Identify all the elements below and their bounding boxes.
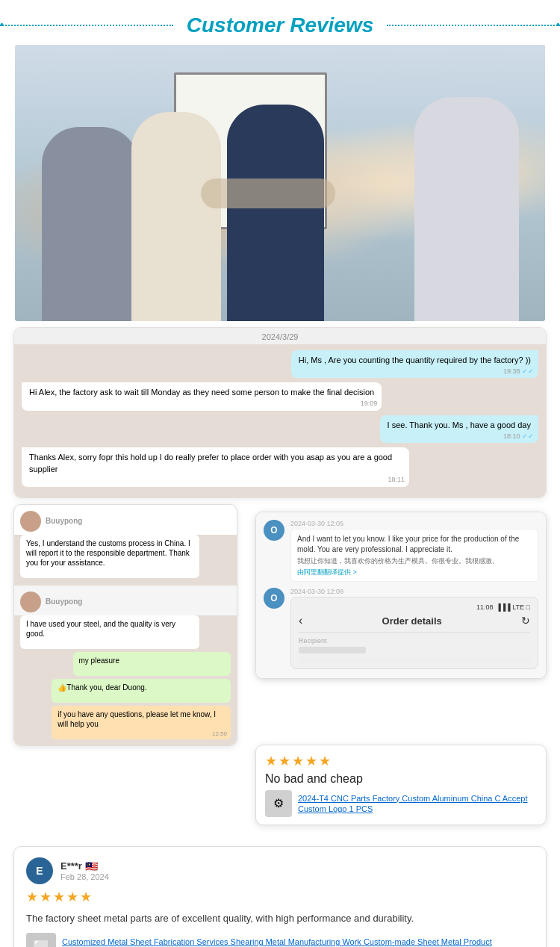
small-bubble-sent-3: if you have any questions, please let me… xyxy=(52,706,231,739)
person-2 xyxy=(131,112,221,321)
review-main-text: The factory sheet metal parts are of exc… xyxy=(26,911,534,926)
product-icon-float: ⚙ xyxy=(265,790,292,817)
review-product-icon: ⬜ xyxy=(26,933,56,947)
main-star-5: ★ xyxy=(80,889,92,905)
chat-card-1: 2024/3/29 Hi, Ms , Are you counting the … xyxy=(13,327,547,498)
product-link-float[interactable]: ⚙ 2024-T4 CNC Parts Factory Custom Alumi… xyxy=(265,790,537,817)
avatar-right-2: O xyxy=(264,588,284,609)
reviewer-row: E E***r 🇲🇾 Feb 28, 2024 xyxy=(26,857,534,884)
flag-icon: 🇲🇾 xyxy=(85,860,98,872)
fist-bump xyxy=(201,178,335,208)
msg-row: Hi Alex, the factory ask to wait till Mo… xyxy=(22,382,538,410)
person-3 xyxy=(227,105,324,321)
signal-icon: ▐▐▐ LTE □ xyxy=(497,603,530,611)
translate-tag[interactable]: 由阿里翻翻译提供 > xyxy=(297,568,532,577)
msg-time-1: 19:38 ✓✓ xyxy=(503,367,534,376)
reviewer-name: E***r 🇲🇾 xyxy=(60,860,534,872)
small-bubble-received-1: Yes, I understand the customs process in… xyxy=(20,535,199,578)
person-4 xyxy=(414,97,519,321)
msg-bubble-sent-2: I see. Thank you. Ms , have a good day 1… xyxy=(380,415,538,443)
star-1: ★ xyxy=(265,753,277,769)
main-star-1: ★ xyxy=(26,889,38,905)
msg-time-2: 19:09 xyxy=(361,399,378,409)
reviewer-avatar: E xyxy=(26,857,53,884)
small-bubble-sent-1: my pleasure xyxy=(73,652,231,676)
msg-bubble-sent-1: Hi, Ms , Are you counting the quantity r… xyxy=(291,350,538,378)
chat-right-entry-1: O 2024-03-30 12:05 And I want to let you… xyxy=(264,520,538,582)
msg-bubble-received-2: Thanks Alex, sorry fopr this hold up I d… xyxy=(22,447,409,487)
review-product-text[interactable]: Customized Metal Sheet Fabrication Servi… xyxy=(62,937,534,947)
product-link-text-float[interactable]: 2024-T4 CNC Parts Factory Custom Aluminu… xyxy=(298,793,537,815)
chat-card-right: O 2024-03-30 12:05 And I want to let you… xyxy=(255,512,547,679)
recipient-label: Recipient xyxy=(299,637,530,645)
review-float-text: No bad and cheap xyxy=(265,772,537,786)
order-title: Order details xyxy=(382,615,442,627)
avatar-user1 xyxy=(20,511,41,532)
msg-time-4: 18:11 xyxy=(388,475,405,485)
small-bubble-received-2: I have used your steel, and the quality … xyxy=(20,615,199,649)
username-1: Buuypong xyxy=(46,517,82,525)
small-time-5: 12:50 xyxy=(212,730,227,738)
entry-subtext-1: 我想让你知道，我喜欢你的价格为生产模具。你很专业。我很感激。 xyxy=(297,557,532,566)
reviewer-info: E***r 🇲🇾 Feb 28, 2024 xyxy=(60,860,534,881)
chat-right-entry-2: O 2024-03-30 12:09 11:08 ▐▐▐ LTE □ ‹ O xyxy=(264,588,538,669)
msg-time-3: 18:10 ✓✓ xyxy=(503,432,534,441)
avatar-user2 xyxy=(20,592,41,612)
person-1 xyxy=(42,127,139,321)
page-header: Customer Reviews xyxy=(0,0,560,45)
star-5: ★ xyxy=(319,753,331,769)
reviewer-date: Feb 28, 2024 xyxy=(60,872,534,881)
back-arrow-icon[interactable]: ‹ xyxy=(299,614,302,627)
main-star-3: ★ xyxy=(53,889,65,905)
order-time-display: 11:08 xyxy=(476,603,494,611)
page-title: Customer Reviews xyxy=(173,13,388,37)
chat-card-left: Buuypong Yes, I understand the customs p… xyxy=(13,504,237,746)
star-3: ★ xyxy=(292,753,304,769)
hero-image xyxy=(15,45,545,321)
msg-row: I see. Thank you. Ms , have a good day 1… xyxy=(22,415,538,443)
stars-row-float: ★ ★ ★ ★ ★ xyxy=(265,753,537,769)
review-product-link[interactable]: ⬜ Customized Metal Sheet Fabrication Ser… xyxy=(26,933,534,947)
entry-date-2: 2024-03-30 12:09 xyxy=(290,588,538,595)
avatar-right-1: O xyxy=(264,520,284,541)
msg-row: Hi, Ms , Are you counting the quantity r… xyxy=(22,350,538,378)
people-group xyxy=(15,87,545,322)
review-card-main: E E***r 🇲🇾 Feb 28, 2024 ★ ★ ★ ★ ★ The fa… xyxy=(13,846,547,947)
chat-date-1: 2024/3/29 xyxy=(14,328,546,344)
entry-date-1: 2024-03-30 12:05 xyxy=(290,520,538,527)
username-2: Buuypong xyxy=(46,597,82,606)
main-star-4: ★ xyxy=(66,889,78,905)
small-bubble-sent-2: 👍Thank you, dear Duong. xyxy=(52,679,231,703)
entry-text-1: And I want to let you know. I like your … xyxy=(290,529,538,582)
chat-messages-1: Hi, Ms , Are you counting the quantity r… xyxy=(14,344,546,497)
star-4: ★ xyxy=(305,753,317,769)
stars-row-main: ★ ★ ★ ★ ★ xyxy=(26,889,534,905)
msg-row: Thanks Alex, sorry fopr this hold up I d… xyxy=(22,447,538,487)
star-2: ★ xyxy=(279,753,290,769)
review-float-card: ★ ★ ★ ★ ★ No bad and cheap ⚙ 2024-T4 CNC… xyxy=(255,745,547,825)
header-left-dots xyxy=(0,25,173,26)
refresh-icon[interactable]: ↻ xyxy=(521,615,530,627)
recipient-value-redacted xyxy=(299,647,366,653)
header-right-dots xyxy=(387,25,560,26)
order-details-box: 11:08 ▐▐▐ LTE □ ‹ Order details ↻ Recipi… xyxy=(290,597,538,669)
main-star-2: ★ xyxy=(40,889,52,905)
content-line-1 xyxy=(299,656,530,662)
msg-bubble-received-1: Hi Alex, the factory ask to wait till Mo… xyxy=(22,382,382,410)
